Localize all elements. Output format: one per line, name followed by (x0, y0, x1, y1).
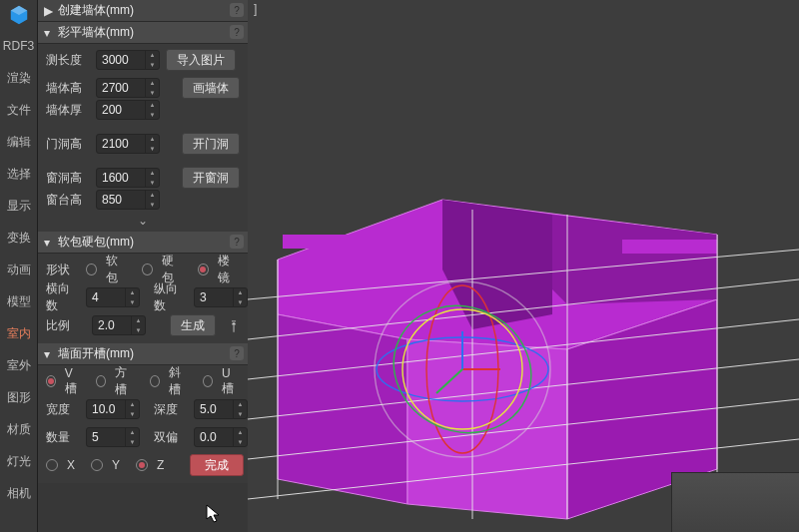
spin-down[interactable]: ▼ (146, 178, 159, 188)
nav-render[interactable]: 渲染 (0, 62, 37, 94)
spin-up[interactable]: ▲ (146, 168, 159, 178)
slot-square-radio[interactable] (96, 375, 106, 387)
nav-transform[interactable]: 变换 (0, 222, 37, 254)
door-height-input[interactable] (97, 137, 145, 151)
spin-up[interactable]: ▲ (146, 100, 159, 110)
slot-u-radio[interactable] (203, 375, 213, 387)
spin-up[interactable]: ▲ (146, 134, 159, 144)
hnum-spinner[interactable]: ▲▼ (86, 287, 140, 307)
nav-shape[interactable]: 图形 (0, 381, 37, 413)
shape-mirror-radio[interactable] (198, 264, 209, 275)
draw-wall-button[interactable]: 画墙体 (182, 77, 240, 99)
measure-spinner[interactable]: ▲▼ (96, 50, 160, 70)
wall-thick-input[interactable] (97, 103, 145, 117)
open-window-button[interactable]: 开窗洞 (182, 167, 240, 189)
section-slot[interactable]: ▾ 墙面开槽(mm) ? (38, 343, 248, 365)
nav-display[interactable]: 显示 (0, 190, 37, 222)
open-door-button[interactable]: 开门洞 (182, 133, 240, 155)
viewport-thumbnail[interactable] (671, 472, 799, 532)
spin-up[interactable]: ▲ (146, 50, 159, 60)
slot-offset-input[interactable] (195, 430, 233, 444)
slot-v-radio[interactable] (46, 375, 56, 387)
slot-count-spinner[interactable]: ▲▼ (86, 427, 140, 447)
spin-up[interactable]: ▲ (234, 399, 247, 409)
spin-down[interactable]: ▼ (146, 110, 159, 120)
nav-model[interactable]: 模型 (0, 285, 37, 317)
window-height-input[interactable] (97, 171, 145, 185)
spin-down[interactable]: ▼ (234, 409, 247, 419)
nav-interior[interactable]: 室内 (0, 317, 37, 349)
spin-down[interactable]: ▼ (146, 144, 159, 154)
nav-exterior[interactable]: 室外 (0, 349, 37, 381)
spin-up[interactable]: ▲ (126, 399, 139, 409)
properties-panel: ▶ 创建墙体(mm) ? ▾ 彩平墙体(mm) ? 测长度 ▲▼ 导入图片 墙体… (38, 0, 248, 532)
slot-bevel-radio[interactable] (150, 375, 160, 387)
section-color-wall[interactable]: ▾ 彩平墙体(mm) ? (38, 22, 248, 44)
spin-up[interactable]: ▲ (234, 287, 247, 297)
help-icon[interactable]: ? (230, 235, 244, 249)
help-icon[interactable]: ? (230, 25, 244, 39)
viewport-3d[interactable]: ] (248, 0, 799, 532)
axis-y-radio[interactable] (91, 459, 103, 471)
help-icon[interactable]: ? (230, 346, 244, 360)
spin-down[interactable]: ▼ (126, 437, 139, 447)
nav-select[interactable]: 选择 (0, 158, 37, 190)
spin-down[interactable]: ▼ (126, 409, 139, 419)
import-image-button[interactable]: 导入图片 (166, 49, 236, 71)
vnum-input[interactable] (195, 290, 233, 304)
spin-up[interactable]: ▲ (132, 315, 145, 325)
spin-up[interactable]: ▲ (126, 287, 139, 297)
app-logo-icon[interactable] (0, 0, 38, 30)
hnum-label: 横向数 (46, 280, 80, 314)
spin-down[interactable]: ▼ (126, 297, 139, 307)
nav-material[interactable]: 材质 (0, 413, 37, 445)
axis-x-radio[interactable] (46, 459, 58, 471)
sill-height-spinner[interactable]: ▲▼ (96, 190, 160, 210)
slot-width-spinner[interactable]: ▲▼ (86, 399, 140, 419)
nav-anim[interactable]: 动画 (0, 254, 37, 285)
section-soft-hard[interactable]: ▾ 软包硬包(mm) ? (38, 232, 248, 254)
collapse-indicator-icon[interactable]: ⌄ (38, 214, 248, 228)
vnum-spinner[interactable]: ▲▼ (194, 287, 248, 307)
slot-width-input[interactable] (87, 402, 125, 416)
wall-height-spinner[interactable]: ▲▼ (96, 78, 160, 98)
slot-offset-spinner[interactable]: ▲▼ (194, 427, 248, 447)
spin-down[interactable]: ▼ (234, 297, 247, 307)
slot-count-input[interactable] (87, 430, 125, 444)
spin-down[interactable]: ▼ (146, 88, 159, 98)
shape-label: 形状 (46, 262, 80, 278)
nav-edit[interactable]: 编辑 (0, 126, 37, 158)
spin-up[interactable]: ▲ (146, 78, 159, 88)
ratio-spinner[interactable]: ▲▼ (92, 315, 146, 335)
section-create-wall[interactable]: ▶ 创建墙体(mm) ? (38, 0, 248, 22)
axis-z-radio[interactable] (136, 459, 148, 471)
nav-light[interactable]: 灯光 (0, 445, 37, 477)
slot-depth-spinner[interactable]: ▲▼ (194, 399, 248, 419)
done-button[interactable]: 完成 (190, 454, 244, 476)
nav-camera[interactable]: 相机 (0, 477, 37, 509)
help-icon[interactable]: ? (230, 3, 244, 17)
sill-height-input[interactable] (97, 193, 145, 207)
spin-down[interactable]: ▼ (132, 325, 145, 335)
generate-button[interactable]: 生成 (170, 314, 216, 336)
spin-down[interactable]: ▼ (146, 200, 159, 210)
nav-rdf3[interactable]: RDF3 (0, 30, 37, 62)
wall-height-input[interactable] (97, 81, 145, 95)
measure-input[interactable] (97, 53, 145, 67)
spin-down[interactable]: ▼ (234, 437, 247, 447)
shape-hard-radio[interactable] (142, 264, 153, 275)
hnum-input[interactable] (87, 290, 125, 304)
spin-up[interactable]: ▲ (234, 427, 247, 437)
spin-down[interactable]: ▼ (146, 60, 159, 70)
nav-file[interactable]: 文件 (0, 94, 37, 126)
wall-thick-spinner[interactable]: ▲▼ (96, 100, 160, 120)
spin-up[interactable]: ▲ (146, 190, 159, 200)
window-height-spinner[interactable]: ▲▼ (96, 168, 160, 188)
axis-z-label: Z (157, 458, 164, 472)
door-height-spinner[interactable]: ▲▼ (96, 134, 160, 154)
upload-icon[interactable]: ⭱ (228, 318, 241, 333)
slot-depth-input[interactable] (195, 402, 233, 416)
shape-soft-radio[interactable] (86, 264, 97, 275)
ratio-input[interactable] (93, 318, 131, 332)
spin-up[interactable]: ▲ (126, 427, 139, 437)
